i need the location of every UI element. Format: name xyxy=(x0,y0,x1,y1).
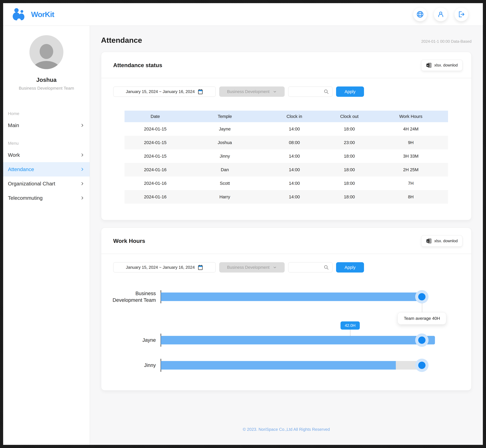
xlsx-download-button[interactable]: x xlsx. downlod xyxy=(421,235,462,247)
svg-text:x: x xyxy=(427,64,429,67)
team-average-marker xyxy=(415,359,429,372)
topbar: WorKit xyxy=(3,3,483,26)
search-input[interactable] xyxy=(292,89,321,94)
date-range-value: January 15, 2024 ~ January 16, 2024 xyxy=(126,265,195,270)
cell-clock-out: 18:00 xyxy=(325,176,374,190)
table-row: 2024-01-16 Dan 14:00 18:00 2H 25M xyxy=(124,163,448,176)
work-hours-card: Work Hours x xlsx. downlod xyxy=(101,228,471,391)
col-date: Date xyxy=(124,111,186,122)
cell-temple: Jinny xyxy=(186,149,264,163)
col-work-hours: Work Hours xyxy=(373,111,448,122)
excel-file-icon: x xyxy=(426,62,432,68)
excel-file-icon: x xyxy=(426,238,432,244)
jinny-bar xyxy=(161,361,396,369)
cell-date: 2024-01-16 xyxy=(124,190,186,204)
department-select[interactable]: Business Development xyxy=(219,262,285,272)
sidebar-item-label: Telecommuting xyxy=(8,195,43,201)
chart-category-label: Business Development Team xyxy=(101,290,161,304)
chart-row-jayne: Jayne 42.0H xyxy=(101,336,448,344)
table-row: 2024-01-15 Jinny 14:00 18:00 3H 33M xyxy=(124,149,448,163)
hours-badge: 42.0H xyxy=(340,321,360,330)
search-box xyxy=(288,262,332,272)
sidebar-item-label: Attendance xyxy=(8,167,34,172)
sidebar-item-organizational-chart[interactable]: Organizational Chart xyxy=(3,176,90,191)
col-clock-out: Clock out xyxy=(325,111,374,122)
cell-date: 2024-01-15 xyxy=(124,149,186,163)
department-value: Business Development xyxy=(227,265,269,270)
search-icon xyxy=(324,89,329,94)
cell-work-hours: 2H 25M xyxy=(373,163,448,176)
search-input[interactable] xyxy=(292,265,321,270)
sidebar-item-work[interactable]: Work xyxy=(3,148,90,162)
calendar-icon xyxy=(198,89,203,94)
cell-temple: Dan xyxy=(186,163,264,176)
chart-category-label: Jinny xyxy=(101,362,161,368)
nav-section-menu: Menu xyxy=(3,138,90,148)
col-temple: Temple xyxy=(186,111,264,122)
avatar xyxy=(29,35,63,69)
apply-button[interactable]: Apply xyxy=(336,262,364,272)
table-row: 2024-01-16 Harry 14:00 18:00 8H xyxy=(124,190,448,204)
cell-clock-out: 18:00 xyxy=(325,149,374,163)
sidebar-item-telecommuting[interactable]: Telecommuting xyxy=(3,191,90,205)
team-average-marker xyxy=(415,290,429,304)
sidebar-item-label: Work xyxy=(8,152,20,158)
cell-clock-in: 14:00 xyxy=(264,190,325,204)
cell-clock-in: 14:00 xyxy=(264,149,325,163)
table-header-row: Date Temple Clock in Clock out Work Hour… xyxy=(124,111,448,122)
cell-clock-in: 08:00 xyxy=(264,136,325,149)
cell-work-hours: 4H 24M xyxy=(373,122,448,136)
brand-logo[interactable]: WorKit xyxy=(12,8,54,21)
xlsx-download-label: xlsx. downlod xyxy=(434,239,458,243)
cell-clock-in: 14:00 xyxy=(264,176,325,190)
cell-clock-out: 18:00 xyxy=(325,190,374,204)
search-box xyxy=(288,87,332,97)
chevron-right-icon xyxy=(80,182,84,186)
attendance-status-card: Attendance status x xlsx. downlod xyxy=(101,52,471,220)
table-row: 2024-01-15 Joshua 08:00 23:00 9H xyxy=(124,136,448,149)
chevron-right-icon xyxy=(80,153,84,157)
tooltip-connector xyxy=(422,303,422,312)
logout-button[interactable] xyxy=(454,7,468,21)
profile-name: Joshua xyxy=(3,76,90,83)
sidebar-item-main[interactable]: Main xyxy=(3,118,90,133)
language-button[interactable] xyxy=(413,7,427,21)
team-average-marker xyxy=(415,334,429,347)
cell-clock-in: 14:00 xyxy=(264,122,325,136)
cell-work-hours: 3H 33M xyxy=(373,149,448,163)
sidebar-item-attendance[interactable]: Attendance xyxy=(3,162,90,176)
table-row: 2024-01-16 Scott 14:00 18:00 7H xyxy=(124,176,448,190)
team-average-tooltip-text: Team average 40H xyxy=(397,312,446,325)
cell-clock-out: 18:00 xyxy=(325,163,374,176)
attendance-filters: January 15, 2024 ~ January 16, 2024 Busi… xyxy=(101,78,471,97)
work-hours-filters: January 15, 2024 ~ January 16, 2024 Busi… xyxy=(101,254,471,272)
xlsx-download-label: xlsx. downlod xyxy=(434,63,458,67)
data-based-timestamp: 2024-01-1 00:00 Data-Based xyxy=(421,39,471,44)
department-select[interactable]: Business Development xyxy=(219,87,285,97)
apply-button[interactable]: Apply xyxy=(336,87,364,97)
badge-connector xyxy=(350,330,350,336)
cell-temple: Harry xyxy=(186,190,264,204)
profile-button[interactable] xyxy=(434,7,448,21)
xlsx-download-button[interactable]: x xlsx. downlod xyxy=(421,60,462,71)
col-clock-in: Clock in xyxy=(264,111,325,122)
sidebar-item-label: Organizational Chart xyxy=(8,181,55,187)
card-title: Attendance status xyxy=(113,62,162,69)
topbar-actions xyxy=(413,7,468,21)
department-value: Business Development xyxy=(227,89,269,94)
cell-work-hours: 7H xyxy=(373,176,448,190)
globe-icon xyxy=(416,10,424,18)
team-average-tooltip: Team average 40H xyxy=(397,312,446,325)
team-bar xyxy=(161,293,422,301)
profile-team: Business Development Team xyxy=(3,86,90,91)
app-window: WorKit xyxy=(3,3,483,445)
table-row: 2024-01-15 Jayne 14:00 18:00 4H 24M xyxy=(124,122,448,136)
footer-copyright: © 2023. NoriSpace Co.,Ltd All Rights Res… xyxy=(101,427,471,432)
card-title: Work Hours xyxy=(113,238,145,244)
page-title: Attendance xyxy=(101,36,142,45)
cell-date: 2024-01-16 xyxy=(124,176,186,190)
date-range-input[interactable]: January 15, 2024 ~ January 16, 2024 xyxy=(113,262,216,272)
logout-icon xyxy=(457,10,465,18)
cell-work-hours: 8H xyxy=(373,190,448,204)
date-range-input[interactable]: January 15, 2024 ~ January 16, 2024 xyxy=(113,87,216,97)
